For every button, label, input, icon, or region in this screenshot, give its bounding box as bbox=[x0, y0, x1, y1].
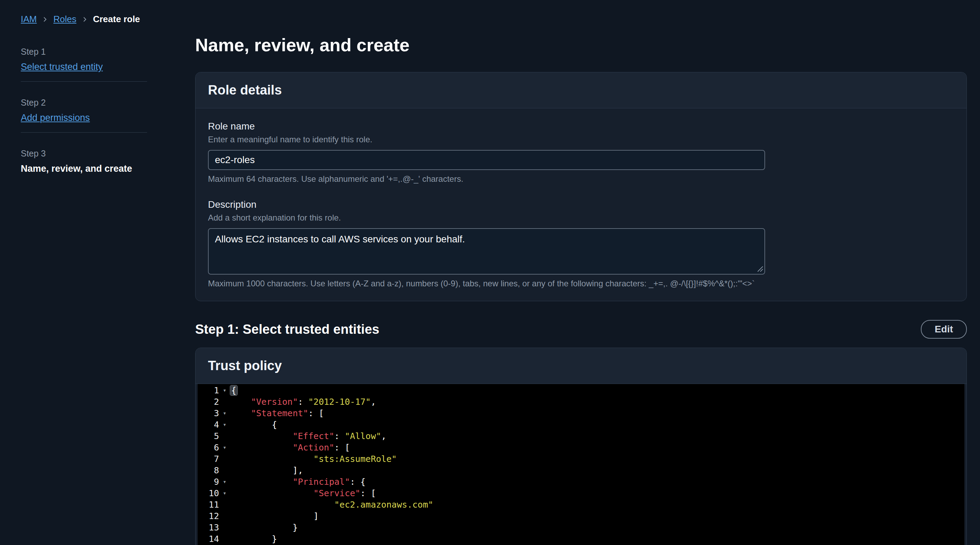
fold-toggle-icon[interactable]: ▾ bbox=[219, 408, 230, 419]
line-number: 8 bbox=[197, 465, 219, 476]
chevron-right-icon bbox=[82, 17, 88, 22]
role-name-input[interactable] bbox=[208, 150, 765, 170]
code-line-text: "Statement": [ bbox=[230, 408, 324, 419]
code-line: 11 "ec2.amazonaws.com" bbox=[197, 499, 964, 510]
wizard-step-2: Step 2 Add permissions bbox=[21, 98, 161, 123]
line-number: 10 bbox=[197, 488, 219, 499]
edit-trusted-entities-button[interactable]: Edit bbox=[921, 320, 967, 339]
description-helper: Add a short explanation for this role. bbox=[208, 213, 954, 223]
trusted-entities-section-row: Step 1: Select trusted entities Edit bbox=[195, 320, 967, 339]
line-number: 6 bbox=[197, 442, 219, 453]
role-name-field: Role name Enter a meaningful name to ide… bbox=[208, 121, 954, 184]
code-line: 8 ], bbox=[197, 465, 964, 476]
wizard-steps: Step 1 Select trusted entity Step 2 Add … bbox=[21, 47, 161, 174]
code-line: 3▾ "Statement": [ bbox=[197, 408, 964, 419]
code-line: 4▾ { bbox=[197, 419, 964, 430]
line-number: 1 bbox=[197, 385, 219, 396]
description-label: Description bbox=[208, 199, 954, 210]
wizard-step-3: Step 3 Name, review, and create bbox=[21, 148, 161, 174]
line-number: 14 bbox=[197, 533, 219, 545]
code-line-text: { bbox=[230, 419, 277, 430]
line-number: 9 bbox=[197, 476, 219, 488]
role-details-title: Role details bbox=[196, 72, 967, 108]
fold-toggle-icon[interactable]: ▾ bbox=[219, 442, 230, 453]
breadcrumb-link-roles[interactable]: Roles bbox=[53, 14, 76, 25]
code-line-text: } bbox=[230, 522, 298, 533]
fold-spacer bbox=[219, 396, 230, 408]
fold-toggle-icon[interactable]: ▾ bbox=[219, 419, 230, 430]
main-content: Name, review, and create Role details Ro… bbox=[195, 0, 980, 545]
page-title: Name, review, and create bbox=[195, 35, 967, 56]
code-line-text: } bbox=[230, 533, 277, 545]
line-number: 12 bbox=[197, 510, 219, 522]
code-line-text: "Principal": { bbox=[230, 476, 366, 488]
code-line: 9▾ "Principal": { bbox=[197, 476, 964, 488]
line-number: 4 bbox=[197, 419, 219, 430]
code-line: 10▾ "Service": [ bbox=[197, 488, 964, 499]
fold-spacer bbox=[219, 465, 230, 476]
code-line-text: "Version": "2012-10-17", bbox=[230, 396, 376, 408]
code-line-text: { bbox=[230, 385, 237, 396]
fold-spacer bbox=[219, 499, 230, 510]
code-line: 14 } bbox=[197, 533, 964, 545]
line-number: 11 bbox=[197, 499, 219, 510]
code-line-text: ] bbox=[230, 510, 319, 522]
trust-policy-panel: Trust policy 1▾{2 "Version": "2012-10-17… bbox=[195, 347, 967, 545]
trust-policy-editor[interactable]: 1▾{2 "Version": "2012-10-17",3▾ "Stateme… bbox=[197, 384, 964, 545]
line-number: 2 bbox=[197, 396, 219, 408]
role-name-label: Role name bbox=[208, 121, 954, 132]
step-3-label: Step 3 bbox=[21, 148, 161, 159]
wizard-sidebar: IAM Roles Create role Step 1 Select trus… bbox=[0, 0, 195, 545]
breadcrumb: IAM Roles Create role bbox=[21, 14, 161, 25]
breadcrumb-current: Create role bbox=[93, 14, 140, 25]
code-line: 1▾{ bbox=[197, 385, 964, 396]
code-line-text: "Service": [ bbox=[230, 488, 376, 499]
breadcrumb-link-iam[interactable]: IAM bbox=[21, 14, 37, 25]
description-constraint: Maximum 1000 characters. Use letters (A-… bbox=[208, 279, 848, 288]
description-textarea[interactable]: Allows EC2 instances to call AWS service… bbox=[208, 228, 765, 274]
step-1-link[interactable]: Select trusted entity bbox=[21, 62, 103, 72]
fold-spacer bbox=[219, 453, 230, 465]
fold-toggle-icon[interactable]: ▾ bbox=[219, 385, 230, 396]
line-number: 3 bbox=[197, 408, 219, 419]
code-line: 6▾ "Action": [ bbox=[197, 442, 964, 453]
fold-spacer bbox=[219, 510, 230, 522]
line-number: 7 bbox=[197, 453, 219, 465]
wizard-step-1: Step 1 Select trusted entity bbox=[21, 47, 161, 72]
step-2-label: Step 2 bbox=[21, 98, 161, 108]
trusted-entities-section-title: Step 1: Select trusted entities bbox=[195, 322, 379, 337]
description-field: Description Add a short explanation for … bbox=[208, 199, 954, 288]
fold-toggle-icon[interactable]: ▾ bbox=[219, 488, 230, 499]
fold-spacer bbox=[219, 430, 230, 442]
role-name-helper: Enter a meaningful name to identify this… bbox=[208, 135, 954, 144]
code-line: 12 ] bbox=[197, 510, 964, 522]
role-name-constraint: Maximum 64 characters. Use alphanumeric … bbox=[208, 174, 848, 184]
code-line: 2 "Version": "2012-10-17", bbox=[197, 396, 964, 408]
step-3-current: Name, review, and create bbox=[21, 163, 161, 174]
fold-spacer bbox=[219, 522, 230, 533]
chevron-right-icon bbox=[42, 17, 48, 22]
fold-toggle-icon[interactable]: ▾ bbox=[219, 476, 230, 488]
trust-policy-title: Trust policy bbox=[196, 348, 967, 384]
code-line: 5 "Effect": "Allow", bbox=[197, 430, 964, 442]
code-line-text: "ec2.amazonaws.com" bbox=[230, 499, 433, 510]
resize-handle-icon[interactable] bbox=[757, 266, 764, 272]
step-1-label: Step 1 bbox=[21, 47, 161, 57]
line-number: 13 bbox=[197, 522, 219, 533]
code-line-text: "Effect": "Allow", bbox=[230, 430, 387, 442]
code-line: 7 "sts:AssumeRole" bbox=[197, 453, 964, 465]
role-details-panel: Role details Role name Enter a meaningfu… bbox=[195, 72, 967, 301]
code-line-text: "Action": [ bbox=[230, 442, 350, 453]
trust-policy-body: 1▾{2 "Version": "2012-10-17",3▾ "Stateme… bbox=[196, 384, 967, 545]
code-line-text: "sts:AssumeRole" bbox=[230, 453, 397, 465]
code-line-text: ], bbox=[230, 465, 303, 476]
divider bbox=[21, 81, 147, 82]
code-line: 13 } bbox=[197, 522, 964, 533]
step-2-link[interactable]: Add permissions bbox=[21, 113, 90, 123]
role-details-body: Role name Enter a meaningful name to ide… bbox=[196, 108, 967, 301]
line-number: 5 bbox=[197, 430, 219, 442]
fold-spacer bbox=[219, 533, 230, 545]
